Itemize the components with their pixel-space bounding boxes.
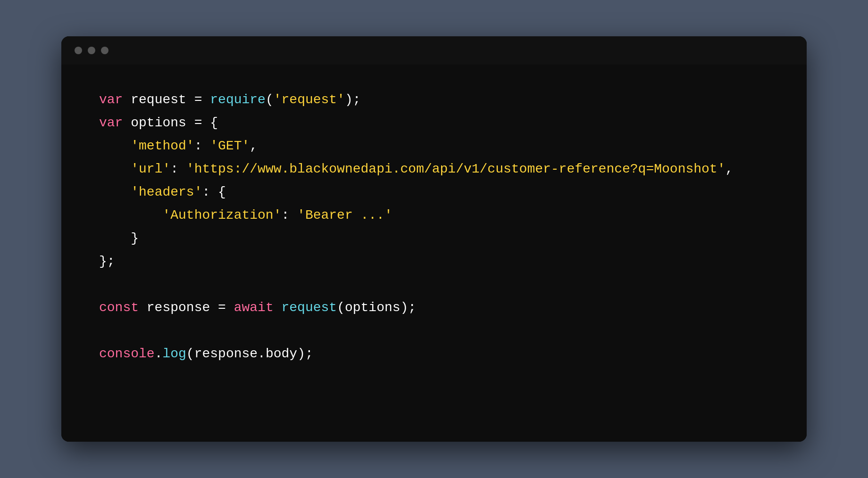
minimize-button[interactable] <box>88 47 95 54</box>
titlebar <box>61 36 807 65</box>
traffic-lights <box>75 47 108 54</box>
code-block: var request = require('request'); var op… <box>99 88 769 365</box>
close-button[interactable] <box>75 47 82 54</box>
code-window: var request = require('request'); var op… <box>61 36 807 442</box>
maximize-button[interactable] <box>101 47 108 54</box>
code-area: var request = require('request'); var op… <box>61 65 807 442</box>
